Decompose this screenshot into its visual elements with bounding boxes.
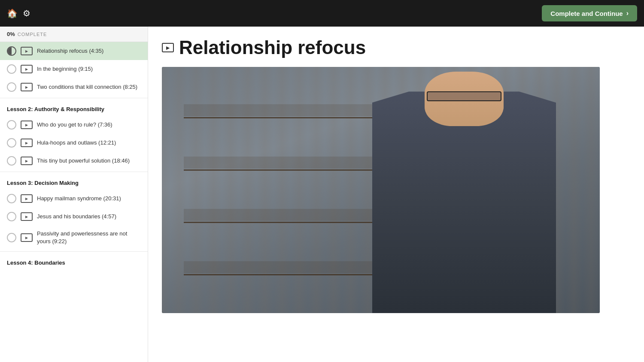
lesson-title: Who do you get to rule? (7:36) [37, 121, 112, 129]
lesson-section-header: Lesson 2: Authority & Responsibility [0, 100, 148, 116]
content-area: Relationship refocus [148, 27, 644, 362]
list-item[interactable]: Who do you get to rule? (7:36) [0, 116, 148, 134]
list-item[interactable]: In the beginning (9:15) [0, 60, 148, 78]
lesson-title: In the beginning (9:15) [37, 65, 93, 73]
video-icon [21, 47, 33, 55]
lesson-group-1: Relationship refocus (4:35) In the begin… [0, 42, 148, 96]
person-glasses [427, 91, 501, 101]
divider [0, 98, 148, 98]
lesson-title: Happy mailman syndrome (20:31) [37, 195, 121, 202]
empty-circle-icon [7, 194, 16, 203]
video-icon [21, 65, 33, 73]
lesson-title: Jesus and his boundaries (4:57) [37, 213, 116, 220]
shelf-board [184, 222, 381, 223]
list-item[interactable]: Jesus and his boundaries (4:57) [0, 208, 148, 226]
video-icon [21, 157, 33, 165]
empty-circle-icon [7, 212, 16, 221]
empty-circle-icon [7, 82, 16, 92]
video-icon [21, 83, 33, 91]
shelf-decoration [184, 91, 381, 301]
lesson-title: Passivity and powerlessness are not your… [37, 230, 141, 245]
list-item[interactable]: Hula-hoops and outlaws (12:21) [0, 134, 148, 152]
empty-circle-icon [7, 138, 16, 148]
lesson-group-2: Lesson 2: Authority & Responsibility Who… [0, 100, 148, 170]
video-icon [21, 121, 33, 129]
list-item[interactable]: Happy mailman syndrome (20:31) [0, 190, 148, 208]
video-scene [162, 67, 600, 313]
video-player[interactable] [162, 67, 600, 313]
settings-icon[interactable]: ⚙ [23, 8, 30, 18]
list-item[interactable]: Two conditions that kill connection (8:2… [0, 78, 148, 96]
empty-circle-icon [7, 156, 16, 166]
page-title: Relationship refocus [179, 37, 366, 58]
half-circle-icon [7, 46, 16, 56]
lesson-title: Relationship refocus (4:35) [37, 47, 103, 55]
video-icon [21, 139, 33, 147]
video-icon [21, 233, 33, 242]
divider [0, 172, 148, 172]
list-item[interactable]: This tiny but powerful solution (18:46) [0, 152, 148, 170]
content-title-bar: Relationship refocus [162, 37, 630, 58]
empty-circle-icon [7, 120, 16, 130]
shelf-board [184, 274, 381, 275]
main-layout: 0% COMPLETE Relationship refocus (4:35) … [0, 27, 644, 362]
progress-bar: 0% COMPLETE [0, 27, 148, 42]
divider [0, 251, 148, 252]
lesson-section-header: Lesson 3: Decision Making [0, 174, 148, 190]
lesson-group-3: Lesson 3: Decision Making Happy mailman … [0, 174, 148, 250]
progress-label: COMPLETE [18, 32, 47, 37]
lesson-title: This tiny but powerful solution (18:46) [37, 157, 130, 165]
lesson-group-4: Lesson 4: Boundaries [0, 253, 148, 269]
shelf-board [184, 169, 381, 171]
empty-circle-icon [7, 233, 16, 242]
lesson-title: Hula-hoops and outlaws (12:21) [37, 139, 116, 147]
video-icon [21, 194, 33, 203]
video-title-icon [162, 43, 174, 52]
chevron-right-icon: › [626, 9, 629, 17]
list-item[interactable]: Relationship refocus (4:35) [0, 42, 148, 60]
complete-and-continue-button[interactable]: Complete and Continue › [542, 5, 637, 21]
sidebar: 0% COMPLETE Relationship refocus (4:35) … [0, 27, 148, 362]
progress-percent: 0% [7, 31, 15, 37]
empty-circle-icon [7, 64, 16, 74]
video-icon [21, 212, 33, 221]
shelf-board [184, 117, 381, 118]
nav-left: 🏠 ⚙ [7, 8, 30, 18]
complete-button-label: Complete and Continue [550, 10, 623, 17]
top-nav: 🏠 ⚙ Complete and Continue › [0, 0, 644, 27]
lesson-title: Two conditions that kill connection (8:2… [37, 83, 137, 91]
lesson-section-header: Lesson 4: Boundaries [0, 253, 148, 269]
home-icon[interactable]: 🏠 [7, 8, 18, 18]
list-item[interactable]: Passivity and powerlessness are not your… [0, 226, 148, 250]
